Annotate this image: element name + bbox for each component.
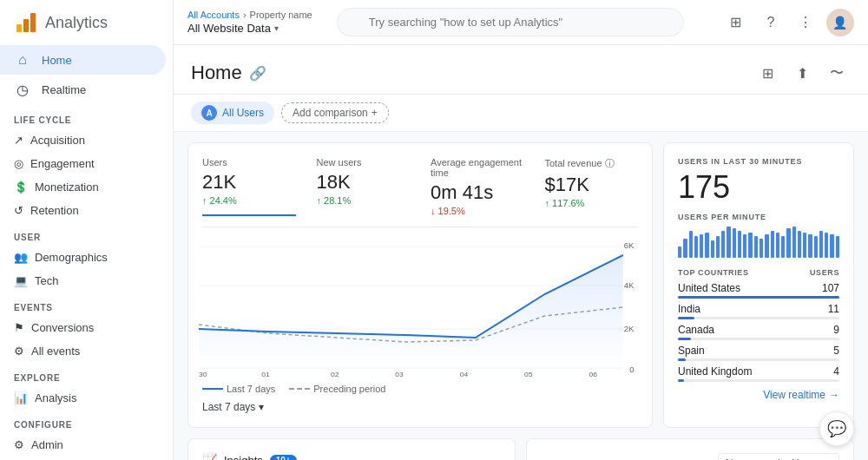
user-pill-avatar: A [201, 105, 217, 121]
bar-mini [830, 234, 833, 258]
users-column-label: USERS [810, 268, 839, 277]
svg-text:04: 04 [460, 371, 469, 377]
all-users-pill[interactable]: A All Users [191, 102, 274, 124]
metric-users-label: Users [202, 157, 296, 168]
retention-icon: ↺ [14, 204, 23, 217]
bar-mini [786, 228, 790, 258]
insights-header: 📈 Insights 10+ [202, 453, 501, 460]
breadcrumb-account[interactable]: All Accounts [187, 10, 240, 20]
metric-engagement-label: Average engagement time [431, 157, 524, 178]
bar-mini [738, 231, 741, 259]
metric-new-users-value: 18K [317, 171, 411, 194]
country-name: United Kingdom [678, 365, 752, 378]
country-count: 5 [833, 345, 839, 357]
metric-revenue[interactable]: Total revenue ⓘ $17K ↑ 117.6% [545, 157, 639, 216]
admin-icon: ⚙ [14, 438, 24, 451]
bar-mini [733, 228, 736, 258]
svg-rect-0 [16, 24, 22, 32]
legend-preceding-label: Preceding period [313, 384, 385, 394]
bar-mini [716, 236, 720, 258]
metric-users[interactable]: Users 21K ↑ 24.4% [202, 157, 296, 216]
help-icon-button[interactable]: ? [757, 9, 785, 36]
bar-mini [781, 236, 785, 258]
nav-engagement[interactable]: ◎ Engagement [0, 152, 173, 175]
chart-legend: Last 7 days Preceding period [202, 384, 638, 394]
country-name: Spain [678, 345, 705, 357]
nav-all-events[interactable]: ⚙ All events [0, 339, 173, 363]
country-count: 9 [833, 324, 839, 336]
nav-tech[interactable]: 💻 Tech [0, 269, 173, 292]
date-range-selector[interactable]: Last 7 days ▾ [202, 401, 638, 413]
top-countries-label: TOP COUNTRIES [678, 268, 748, 277]
new-users-dropdown[interactable]: New users by User medium ▾ [718, 453, 839, 460]
metric-engagement[interactable]: Average engagement time 0m 41s ↓ 19.5% [431, 157, 524, 216]
search-input[interactable] [337, 8, 684, 36]
nav-conversions-label: Conversions [31, 321, 94, 334]
bottom-area: 📈 Insights 10+ WHERE DO YOUR NEW USERS C… [174, 438, 868, 460]
add-icon: + [372, 107, 378, 119]
bar-mini [814, 236, 818, 258]
bar-mini [700, 234, 703, 258]
bar-mini [748, 233, 752, 258]
bar-mini [819, 231, 823, 259]
tech-icon: 💻 [14, 274, 28, 287]
view-realtime-arrow-icon: → [829, 389, 839, 401]
chat-button[interactable]: 💬 [819, 411, 854, 446]
nav-realtime-label: Realtime [42, 83, 86, 96]
metric-new-users[interactable]: New users 18K ↑ 28.1% [317, 157, 411, 216]
analytics-logo-icon [14, 10, 38, 35]
date-range-chevron-icon: ▾ [259, 401, 264, 413]
nav-home-label: Home [42, 54, 72, 67]
nav-analysis[interactable]: 📊 Analysis [0, 386, 173, 410]
customize-icon-button[interactable]: ⊞ [753, 59, 781, 87]
nav-acquisition-label: Acquisition [30, 134, 85, 147]
nav-acquisition[interactable]: ↗ Acquisition [0, 128, 173, 152]
account-name: All Website Data [187, 22, 271, 35]
nav-realtime[interactable]: ◷ Realtime [0, 75, 166, 105]
nav-all-events-label: All events [31, 345, 80, 358]
account-chevron-icon: ▾ [274, 23, 279, 33]
nav-home[interactable]: ⌂ Home [0, 45, 166, 75]
legend-dashed-line [289, 388, 310, 390]
analysis-icon: 📊 [14, 391, 28, 404]
add-comparison-label: Add comparison [293, 107, 368, 119]
nav-tech-label: Tech [35, 274, 58, 287]
apps-icon-button[interactable]: ⊞ [722, 9, 750, 36]
nav-demographics[interactable]: 👥 Demographics [0, 246, 173, 269]
charts-area: Users 21K ↑ 24.4% New users 18K ↑ 28.1% … [174, 132, 868, 438]
date-range-label: Last 7 days [202, 401, 255, 413]
nav-monetization[interactable]: 💲 Monetization [0, 175, 173, 199]
view-realtime-label: View realtime [763, 389, 825, 401]
nav-retention[interactable]: ↺ Retention [0, 199, 173, 222]
page-header-actions: ⊞ ⬆ 〜 [753, 59, 851, 87]
top-bar-actions: ⊞ ? ⋮ 👤 [722, 9, 854, 36]
comparison-bar: A All Users Add comparison + [174, 95, 868, 132]
bar-mini [678, 246, 681, 259]
breadcrumb: All Accounts › Property name [187, 10, 312, 20]
user-section-label: USER [0, 222, 173, 246]
avatar[interactable]: 👤 [826, 9, 854, 36]
main-chart-card: Users 21K ↑ 24.4% New users 18K ↑ 28.1% … [187, 142, 653, 428]
insights-icon-button[interactable]: 〜 [823, 59, 851, 87]
bar-mini [727, 227, 730, 258]
view-realtime-link[interactable]: View realtime → [678, 389, 839, 401]
share-icon-button[interactable]: ⬆ [788, 59, 816, 87]
nav-conversions[interactable]: ⚑ Conversions [0, 316, 173, 339]
metric-engagement-change: ↓ 19.5% [431, 206, 524, 216]
legend-current-label: Last 7 days [227, 384, 275, 394]
bar-mini [689, 231, 693, 259]
country-row: Spain 5 [678, 345, 839, 361]
add-comparison-button[interactable]: Add comparison + [281, 102, 389, 123]
breadcrumb-arrow: › [243, 10, 247, 20]
svg-text:6K: 6K [624, 241, 635, 250]
main-area: All Accounts › Property name All Website… [174, 0, 868, 460]
more-options-icon-button[interactable]: ⋮ [792, 9, 819, 36]
bar-mini [711, 240, 714, 258]
nav-admin[interactable]: ⚙ Admin [0, 433, 173, 457]
account-selector[interactable]: All Website Data ▾ [187, 22, 312, 35]
events-section-label: EVENTS [0, 292, 173, 316]
home-icon: ⌂ [14, 52, 31, 68]
realtime-value: 175 [678, 169, 839, 206]
countries-list: United States 107 India 11 Canada 9 [678, 282, 839, 382]
upm-bar-chart [678, 227, 839, 258]
